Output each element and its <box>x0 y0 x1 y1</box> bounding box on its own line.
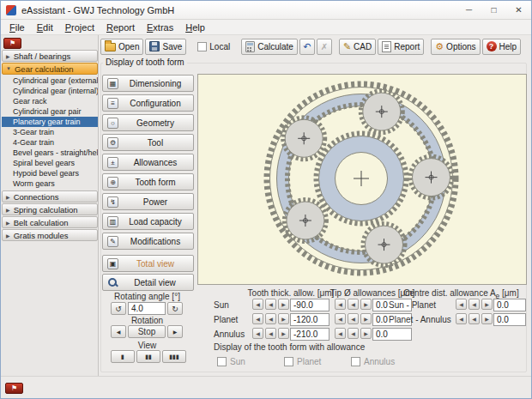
allowances-button[interactable]: ±Allowances <box>102 154 194 171</box>
sun-checkbox[interactable] <box>217 357 227 366</box>
modifications-button[interactable]: ✎Modifications <box>102 233 194 250</box>
undo-button[interactable]: ↶ <box>299 39 315 55</box>
save-button[interactable]: Save <box>145 39 186 55</box>
nav-first-button[interactable]: ◀ <box>335 299 346 310</box>
menu-help[interactable]: Help <box>179 21 211 33</box>
help-icon: ? <box>487 41 497 51</box>
annulus-thickness-nav: ◀ ◀ ▶ <box>252 328 289 339</box>
nav-prev-button[interactable]: ◀ <box>469 313 480 324</box>
sidebar-item-3-gear-train[interactable]: 3-Gear train <box>2 127 98 137</box>
cad-button[interactable]: ✎ CAD <box>339 39 376 55</box>
sidebar-section-gratis-modules[interactable]: ▶ Gratis modules <box>2 229 98 241</box>
nav-next-button[interactable]: ▶ <box>360 299 372 310</box>
rotation-label: Rotation <box>101 316 193 325</box>
chevron-right-icon: ▶ <box>6 233 10 239</box>
nav-prev-button[interactable]: ◀ <box>265 313 276 324</box>
sidebar-item-hypoid-bevel-gears[interactable]: Hypoid bevel gears <box>2 168 98 178</box>
view-three-button[interactable]: ▮▮▮ <box>162 350 186 363</box>
sidebar-item-cylindrical-internal[interactable]: Cylindrical gear (internal) <box>2 86 98 96</box>
dimensioning-button[interactable]: ▦Dimensioning <box>102 75 194 92</box>
menu-extras[interactable]: Extras <box>141 21 179 33</box>
minimize-button[interactable]: ─ <box>456 1 481 19</box>
rotate-forward-button[interactable]: ▶ <box>167 325 183 338</box>
nav-prev-button[interactable]: ◀ <box>348 328 359 339</box>
annulus-thickness-input[interactable] <box>290 328 329 341</box>
sidebar-item-bevel-gears[interactable]: Bevel gears - straight/helical <box>2 148 98 158</box>
power-button[interactable]: ↯Power <box>102 193 194 210</box>
geometry-button[interactable]: ○Geometry <box>102 114 194 131</box>
configuration-button[interactable]: ≡Configuration <box>102 94 194 112</box>
view-two-button[interactable]: ▮▮ <box>136 350 160 363</box>
stop-button[interactable]: Stop <box>128 325 166 338</box>
sidebar-item-cylindrical-external[interactable]: Cylindrical gear (external) <box>2 76 98 86</box>
nav-next-button[interactable]: ▶ <box>481 299 493 310</box>
planet-thickness-input[interactable] <box>290 313 329 326</box>
planet-checkbox[interactable] <box>284 357 293 366</box>
sidebar-section-spring-calculation[interactable]: ▶ Spring calculation <box>2 203 98 215</box>
maximize-button[interactable]: □ <box>481 1 506 19</box>
menu-project[interactable]: Project <box>59 21 100 33</box>
sidebar-section-gear-calculation[interactable]: ▼ Gear calculation <box>2 63 98 75</box>
status-flag-button[interactable]: ⚑ <box>5 383 23 394</box>
rotate-step-right-button[interactable]: ↻ <box>167 302 183 315</box>
nav-prev-button[interactable]: ◀ <box>265 328 276 339</box>
menu-file[interactable]: File <box>3 21 31 33</box>
planet-annulus-centre-input[interactable] <box>493 313 526 326</box>
nav-next-button[interactable]: ▶ <box>278 313 289 324</box>
menu-edit[interactable]: Edit <box>31 21 59 33</box>
local-checkbox[interactable] <box>197 42 207 51</box>
menu-report[interactable]: Report <box>100 21 141 33</box>
one-bar-icon: ▮ <box>121 354 124 360</box>
tool-button[interactable]: ⚙Tool <box>102 134 194 151</box>
nav-first-button[interactable]: ◀ <box>252 328 263 339</box>
open-button[interactable]: Open <box>100 39 143 55</box>
nav-first-button[interactable]: ◀ <box>335 313 346 324</box>
nav-next-button[interactable]: ▶ <box>278 299 289 310</box>
sidebar-section-belt-calculation[interactable]: ▶ Belt calculation <box>2 216 98 228</box>
nav-first-button[interactable]: ◀ <box>456 299 467 310</box>
sidebar-section-shaft-bearings[interactable]: ▶ Shaft / bearings <box>2 50 98 62</box>
nav-first-button[interactable]: ◀ <box>335 328 346 339</box>
sidebar-item-spiral-bevel-gears[interactable]: Spiral bevel gears <box>2 158 98 168</box>
sidebar-item-4-gear-train[interactable]: 4-Gear train <box>2 137 98 148</box>
nav-prev-button[interactable]: ◀ <box>265 299 276 310</box>
nav-first-button[interactable]: ◀ <box>252 313 263 324</box>
sidebar-section-connections[interactable]: ▶ Connections <box>2 190 98 203</box>
tooth-form-canvas[interactable] <box>197 74 527 285</box>
nav-next-button[interactable]: ▶ <box>278 328 289 339</box>
nav-prev-button[interactable]: ◀ <box>348 299 359 310</box>
tooth-form-button[interactable]: ⊕Tooth form <box>102 173 194 190</box>
options-button[interactable]: ⚙ Options <box>431 39 480 55</box>
nav-first-button[interactable]: ◀ <box>252 299 263 310</box>
calculate-button[interactable]: Calculate <box>241 39 298 55</box>
rotation-controls: ◀ Stop ▶ <box>111 325 183 338</box>
nav-next-button[interactable]: ▶ <box>360 328 372 339</box>
flag-button[interactable]: ⚑ <box>3 38 21 49</box>
close-button[interactable]: ✕ <box>506 1 531 19</box>
detail-view-button[interactable]: Detail view <box>102 274 194 291</box>
nav-prev-button[interactable]: ◀ <box>348 313 359 324</box>
report-button[interactable]: Report <box>378 39 424 55</box>
annulus-checkbox[interactable] <box>351 357 360 366</box>
help-button[interactable]: ? Help <box>482 39 522 55</box>
nav-first-button[interactable]: ◀ <box>456 313 467 324</box>
rotating-angle-input[interactable] <box>128 302 166 315</box>
flag-icon: ⚑ <box>9 39 15 47</box>
nav-prev-button[interactable]: ◀ <box>469 299 480 310</box>
rotate-reverse-button[interactable]: ◀ <box>111 325 126 338</box>
rotate-step-left-button[interactable]: ↺ <box>111 302 126 315</box>
view-one-button[interactable]: ▮ <box>111 350 135 363</box>
sidebar-item-planetary-gear-train[interactable]: Planetary gear train <box>2 117 98 127</box>
nav-next-button[interactable]: ▶ <box>481 313 493 324</box>
sidebar-item-worm-gears[interactable]: Worm gears <box>2 178 98 189</box>
annulus-tip-input[interactable] <box>372 328 412 341</box>
redo-button[interactable]: ✗ <box>317 39 332 55</box>
total-view-button[interactable]: ▣Total view <box>102 255 194 272</box>
calculator-icon <box>245 41 255 52</box>
sun-thickness-input[interactable] <box>290 299 329 311</box>
load-capacity-button[interactable]: ▥Load capacity <box>102 213 194 230</box>
sidebar-item-gear-rack[interactable]: Gear rack <box>2 96 98 106</box>
sidebar-item-cylindrical-pair[interactable]: Cylindrical gear pair <box>2 106 98 117</box>
sun-planet-centre-input[interactable] <box>493 299 526 311</box>
nav-next-button[interactable]: ▶ <box>360 313 372 324</box>
